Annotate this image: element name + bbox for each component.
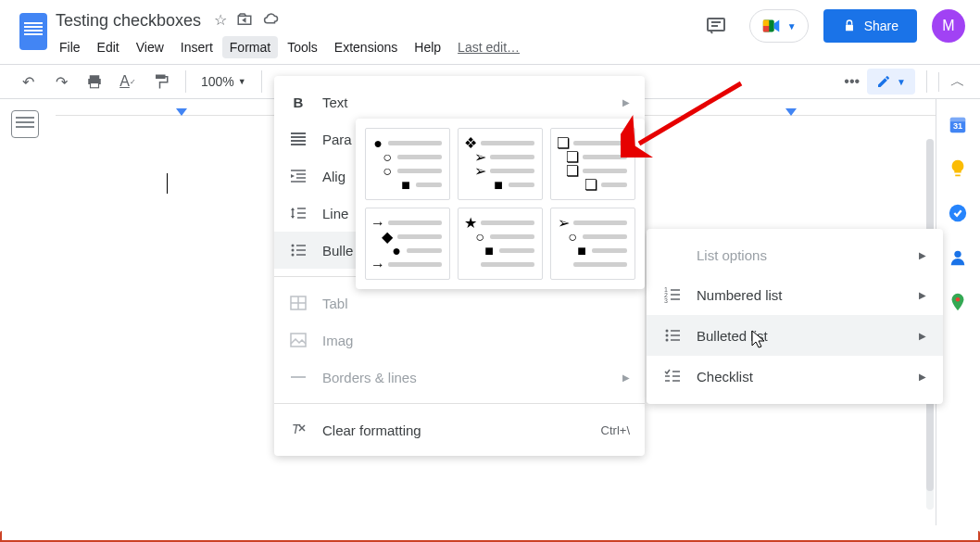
svg-rect-5 (763, 26, 769, 32)
svg-rect-0 (708, 19, 724, 31)
meet-icon (761, 16, 782, 36)
comments-icon[interactable] (697, 7, 735, 44)
svg-rect-7 (90, 75, 100, 79)
menu-file[interactable]: File (52, 36, 88, 58)
maps-icon[interactable] (948, 292, 970, 314)
spellcheck-icon[interactable]: A✓ (115, 69, 141, 95)
menu-format[interactable]: Format (222, 36, 278, 58)
redo-icon[interactable]: ↷ (48, 69, 74, 95)
bullet-preset-6[interactable]: ➢ ○ ■ (550, 208, 635, 280)
docs-logo[interactable] (15, 7, 52, 56)
chevron-right-icon: ▶ (622, 97, 630, 107)
svg-point-48 (666, 330, 669, 333)
share-button[interactable]: Share (823, 9, 917, 43)
keep-icon[interactable] (948, 158, 970, 181)
print-icon[interactable] (82, 69, 107, 95)
svg-point-28 (292, 245, 295, 247)
collapse-toolbar-icon[interactable]: ︿ (938, 72, 965, 92)
meet-button[interactable]: ▼ (749, 9, 809, 43)
svg-rect-9 (91, 83, 99, 88)
image-icon (289, 331, 308, 349)
more-tools-icon[interactable]: ••• (844, 73, 860, 90)
numbered-list-icon: 123 (663, 285, 682, 304)
document-title[interactable]: Testing checkboxes (52, 9, 205, 32)
editing-mode-button[interactable]: ▼ (867, 69, 915, 95)
indent-icon (289, 167, 308, 185)
bullet-preset-3[interactable]: ❏ ❏ ❏ ❏ (550, 128, 635, 200)
table-icon (289, 294, 308, 312)
menu-extensions[interactable]: Extensions (327, 36, 405, 58)
menu-insert[interactable]: Insert (173, 36, 220, 58)
move-icon[interactable] (236, 11, 253, 32)
bullet-presets-popup: ● ○ ○ ■ ❖ ➢ ➢ ■ ❏ ❏ ❏ ❏ → ◆ ● → ★ ○ ■ ➢ … (356, 119, 645, 289)
svg-text:31: 31 (952, 121, 961, 131)
text-cursor (167, 173, 168, 194)
bullet-preset-2[interactable]: ❖ ➢ ➢ ■ (458, 128, 543, 200)
svg-point-50 (666, 339, 669, 342)
indent-marker-left[interactable] (176, 108, 187, 116)
clear-format-icon: T (289, 421, 308, 439)
submenu-list-options: List options ▶ (647, 236, 943, 274)
menu-clear-formatting[interactable]: T Clear formatting Ctrl+\ (274, 411, 645, 448)
tasks-icon[interactable] (948, 203, 970, 225)
menu-borders-lines: Borders & lines ▶ (274, 359, 645, 396)
chevron-right-icon: ▶ (919, 250, 926, 260)
last-edit-link[interactable]: Last edit… (450, 36, 527, 58)
svg-point-30 (292, 254, 295, 257)
paint-format-icon[interactable] (148, 69, 174, 95)
submenu-bulleted-list[interactable]: Bulleted list ▶ (647, 315, 943, 356)
menu-tools[interactable]: Tools (280, 36, 325, 58)
chevron-down-icon: ▼ (787, 21, 797, 32)
undo-icon[interactable]: ↶ (15, 69, 41, 95)
submenu-numbered-list[interactable]: 123 Numbered list ▶ (647, 274, 943, 315)
chevron-right-icon: ▶ (919, 331, 926, 341)
chevron-right-icon: ▶ (919, 372, 926, 382)
calendar-icon[interactable]: 31 (948, 114, 970, 136)
bulleted-list-icon (663, 326, 682, 345)
shortcut-text: Ctrl+\ (601, 423, 630, 437)
avatar[interactable]: M (932, 9, 965, 43)
zoom-dropdown[interactable]: 100% ▼ (197, 74, 250, 89)
svg-point-49 (666, 334, 669, 337)
cloud-status-icon[interactable] (262, 11, 279, 32)
checklist-icon (663, 367, 682, 385)
svg-text:3: 3 (664, 297, 668, 303)
bullet-preset-5[interactable]: ★ ○ ■ (458, 208, 543, 280)
lock-icon (842, 19, 857, 33)
indent-marker-right[interactable] (785, 108, 797, 116)
bullet-preset-1[interactable]: ● ○ ○ ■ (365, 128, 450, 200)
pencil-icon (876, 74, 891, 89)
svg-point-29 (292, 249, 295, 252)
bold-icon: B (289, 93, 308, 111)
line-spacing-icon (289, 204, 308, 222)
svg-rect-6 (846, 25, 853, 32)
svg-text:T: T (292, 422, 301, 436)
menu-edit[interactable]: Edit (90, 36, 127, 58)
bullets-icon (289, 241, 308, 259)
menu-view[interactable]: View (129, 36, 171, 58)
menu-help[interactable]: Help (407, 36, 448, 58)
bullet-preset-4[interactable]: → ◆ ● → (365, 208, 450, 280)
chevron-right-icon: ▶ (622, 372, 630, 383)
contacts-icon[interactable] (948, 247, 970, 270)
menu-text[interactable]: B Text ▶ (274, 83, 645, 120)
annotation-border (0, 531, 2, 542)
paragraph-icon (289, 130, 308, 148)
menu-image: Imag (274, 321, 645, 359)
document-outline[interactable] (0, 99, 56, 525)
menu-table: Tabl (274, 284, 645, 321)
submenu-checklist[interactable]: Checklist ▶ (647, 356, 943, 397)
chevron-right-icon: ▶ (919, 290, 926, 300)
svg-point-15 (955, 297, 960, 302)
bullets-numbering-submenu: List options ▶ 123 Numbered list ▶ Bulle… (647, 229, 943, 404)
star-icon[interactable]: ☆ (214, 11, 227, 32)
menubar: File Edit View Insert Format Tools Exten… (52, 34, 697, 58)
border-icon (289, 368, 308, 386)
chevron-down-icon: ▼ (897, 77, 906, 87)
svg-rect-4 (763, 20, 769, 26)
svg-rect-37 (291, 334, 306, 347)
svg-point-14 (954, 251, 961, 258)
outline-icon (11, 110, 39, 138)
share-label: Share (864, 19, 898, 33)
